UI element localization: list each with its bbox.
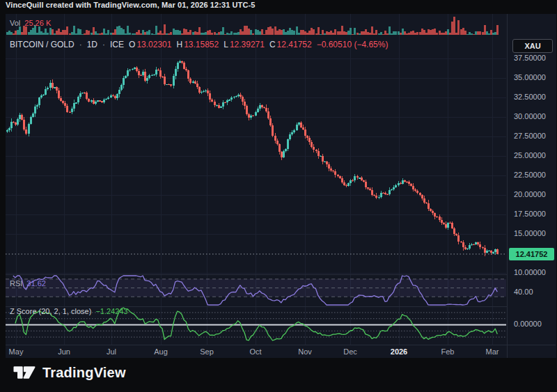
time-tick: Dec: [343, 347, 357, 356]
brand-name: TradingView: [42, 365, 126, 381]
tradingview-logo[interactable]: TradingView: [13, 364, 126, 381]
high-readout: H13.15852: [176, 40, 219, 49]
pane-resize-handle[interactable]: [6, 274, 556, 275]
time-tick: Jul: [107, 347, 116, 356]
tradingview-snapshot: VinceQuill created with TradingView.com,…: [0, 0, 557, 392]
time-tick: Mar: [486, 347, 499, 356]
price-tick: 27.50000: [514, 132, 546, 140]
open-readout: O13.02301: [129, 40, 171, 49]
tradingview-logo-icon: [13, 364, 36, 381]
time-tick: 2026: [391, 347, 407, 356]
rsi-legend: RSI 31.62: [10, 279, 46, 288]
time-tick: May: [9, 347, 24, 356]
price-tick: 17.50000: [514, 210, 546, 218]
time-tick: Nov: [298, 347, 312, 356]
change-readout: −0.60510 (−4.65%): [317, 40, 389, 49]
time-tick: Feb: [441, 347, 455, 356]
price-tick: 35.00000: [514, 73, 546, 81]
time-tick: Sep: [200, 347, 214, 356]
zscore-value: −1.24243: [95, 307, 127, 315]
symbol-legend: BITCOIN / GOLD · 1D · ICE O13.02301 H13.…: [10, 40, 388, 49]
zscore-label: Z Score (20, 2, 1, close): [10, 307, 91, 315]
close-readout: C12.41752: [269, 40, 312, 49]
time-tick: Aug: [154, 347, 168, 356]
zscore-axis-tick: 0.00000: [514, 320, 542, 328]
price-tick: 10.00000: [514, 268, 546, 276]
exchange-label: ICE: [110, 40, 124, 49]
interval-label: 1D: [87, 40, 97, 49]
rsi-value: 31.62: [26, 279, 46, 288]
attribution-text: VinceQuill created with TradingView.com,…: [6, 1, 255, 9]
time-tick: Jun: [58, 347, 70, 356]
chart-panel: Vol 25.26 K BITCOIN / GOLD · 1D · ICE O1…: [6, 14, 556, 358]
price-tick: 20.00000: [514, 190, 546, 198]
symbol-title: BITCOIN / GOLD: [10, 40, 74, 49]
currency-unit-button[interactable]: XAU: [512, 39, 553, 53]
price-tick: 37.50000: [514, 54, 546, 62]
rsi-label: RSI: [10, 279, 22, 288]
zscore-legend: Z Score (20, 2, 1, close) −1.24243: [10, 307, 128, 315]
time-axis[interactable]: MayJunJulAugSepOctNovDec2026FebMar: [6, 345, 556, 359]
chart-canvas[interactable]: [6, 14, 506, 345]
time-tick: Oct: [249, 347, 261, 356]
price-axis[interactable]: XAU 12.41752 40.00 0.00000 37.5000035.00…: [507, 14, 556, 358]
price-tick: 25.00000: [514, 151, 546, 159]
volume-value: 25.26 K: [24, 19, 51, 27]
footer: TradingView: [0, 358, 557, 392]
low-readout: L12.39271: [223, 40, 265, 49]
price-tick: 30.00000: [514, 112, 546, 120]
separator-dot: ·: [79, 40, 82, 49]
price-tick: 32.50000: [514, 93, 546, 101]
separator-dot: ·: [102, 40, 105, 49]
price-tick: 22.50000: [514, 171, 546, 179]
volume-label: Vol: [10, 19, 20, 27]
rsi-axis-tick: 40.00: [514, 288, 533, 296]
last-price-badge: 12.41752: [509, 248, 554, 260]
volume-legend: Vol 25.26 K: [10, 19, 51, 27]
price-tick: 15.00000: [514, 229, 546, 237]
